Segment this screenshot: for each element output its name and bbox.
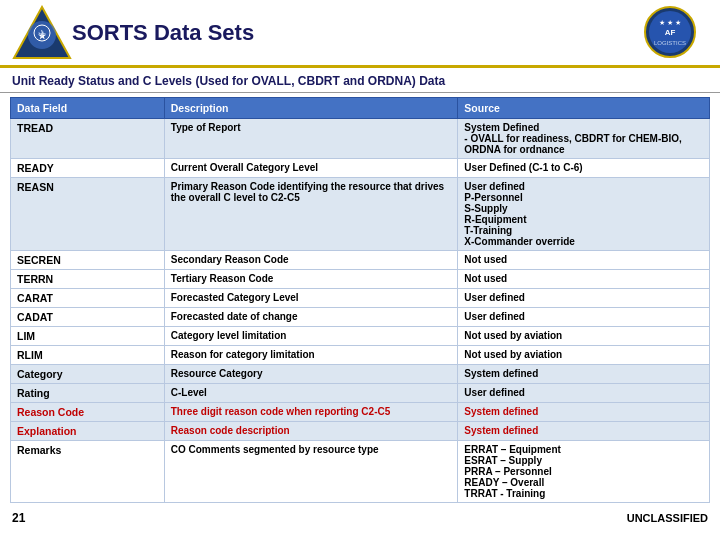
cell-description: Current Overall Category Level: [164, 159, 458, 178]
left-logo-icon: ★ ✈: [12, 5, 72, 60]
cell-source: User Defined (C-1 to C-6): [458, 159, 710, 178]
table-row: ExplanationReason code descriptionSystem…: [11, 422, 710, 441]
cell-description: CO Comments segmented by resource type: [164, 441, 458, 503]
table-row: Reason CodeThree digit reason code when …: [11, 403, 710, 422]
cell-source: User definedP-PersonnelS-SupplyR-Equipme…: [458, 178, 710, 251]
table-row: TREADType of ReportSystem Defined- OVALL…: [11, 119, 710, 159]
page-footer: 21 UNCLASSIFIED: [0, 509, 720, 527]
cell-source: System Defined- OVALL for readiness, CBD…: [458, 119, 710, 159]
cell-description: Category level limitation: [164, 327, 458, 346]
cell-description: Reason code description: [164, 422, 458, 441]
table-row: READYCurrent Overall Category LevelUser …: [11, 159, 710, 178]
table-row: RatingC-LevelUser defined: [11, 384, 710, 403]
cell-description: Forecasted date of change: [164, 308, 458, 327]
svg-text:AF: AF: [665, 28, 676, 37]
cell-description: Primary Reason Code identifying the reso…: [164, 178, 458, 251]
cell-description: Three digit reason code when reporting C…: [164, 403, 458, 422]
cell-field: Remarks: [11, 441, 165, 503]
cell-field: Reason Code: [11, 403, 165, 422]
svg-text:LOGISTICS: LOGISTICS: [654, 40, 686, 46]
cell-source: User defined: [458, 289, 710, 308]
col-header-description: Description: [164, 98, 458, 119]
page-subtitle: Unit Ready Status and C Levels (Used for…: [0, 68, 720, 93]
cell-field: CARAT: [11, 289, 165, 308]
cell-field: REASN: [11, 178, 165, 251]
cell-source: Not used by aviation: [458, 346, 710, 365]
cell-field: Rating: [11, 384, 165, 403]
cell-description: Reason for category limitation: [164, 346, 458, 365]
cell-field: LIM: [11, 327, 165, 346]
table-row: REASNPrimary Reason Code identifying the…: [11, 178, 710, 251]
cell-field: READY: [11, 159, 165, 178]
cell-field: RLIM: [11, 346, 165, 365]
table-row: LIMCategory level limitationNot used by …: [11, 327, 710, 346]
cell-field: TERRN: [11, 270, 165, 289]
cell-description: Forecasted Category Level: [164, 289, 458, 308]
table-row: RemarksCO Comments segmented by resource…: [11, 441, 710, 503]
cell-field: Category: [11, 365, 165, 384]
page-title: SORTS Data Sets: [72, 20, 633, 46]
classification-label: UNCLASSIFIED: [627, 512, 708, 524]
table-row: SECRENSecondary Reason CodeNot used: [11, 251, 710, 270]
cell-source: User defined: [458, 308, 710, 327]
cell-source: User defined: [458, 384, 710, 403]
cell-description: Secondary Reason Code: [164, 251, 458, 270]
cell-description: C-Level: [164, 384, 458, 403]
table-row: RLIMReason for category limitationNot us…: [11, 346, 710, 365]
cell-field: CADAT: [11, 308, 165, 327]
right-logo-icon: ★ ★ ★ AF LOGISTICS: [633, 5, 708, 60]
cell-description: Type of Report: [164, 119, 458, 159]
cell-description: Resource Category: [164, 365, 458, 384]
cell-source: Not used by aviation: [458, 327, 710, 346]
page-header: ★ ✈ SORTS Data Sets ★ ★ ★ AF LOGISTICS: [0, 0, 720, 68]
cell-source: System defined: [458, 365, 710, 384]
table-row: TERRNTertiary Reason CodeNot used: [11, 270, 710, 289]
cell-description: Tertiary Reason Code: [164, 270, 458, 289]
svg-text:✈: ✈: [38, 28, 46, 39]
cell-field: Explanation: [11, 422, 165, 441]
data-table-container: Data Field Description Source TREADType …: [0, 93, 720, 507]
cell-source: System defined: [458, 403, 710, 422]
cell-source: ERRAT – EquipmentESRAT – SupplyPRRA – Pe…: [458, 441, 710, 503]
data-table: Data Field Description Source TREADType …: [10, 97, 710, 503]
col-header-source: Source: [458, 98, 710, 119]
cell-field: TREAD: [11, 119, 165, 159]
page-number: 21: [12, 511, 25, 525]
cell-field: SECREN: [11, 251, 165, 270]
cell-source: Not used: [458, 251, 710, 270]
svg-text:★ ★ ★: ★ ★ ★: [659, 19, 681, 26]
cell-source: System defined: [458, 422, 710, 441]
col-header-field: Data Field: [11, 98, 165, 119]
table-row: CADATForecasted date of changeUser defin…: [11, 308, 710, 327]
table-row: CategoryResource CategorySystem defined: [11, 365, 710, 384]
cell-source: Not used: [458, 270, 710, 289]
table-header-row: Data Field Description Source: [11, 98, 710, 119]
table-row: CARATForecasted Category LevelUser defin…: [11, 289, 710, 308]
